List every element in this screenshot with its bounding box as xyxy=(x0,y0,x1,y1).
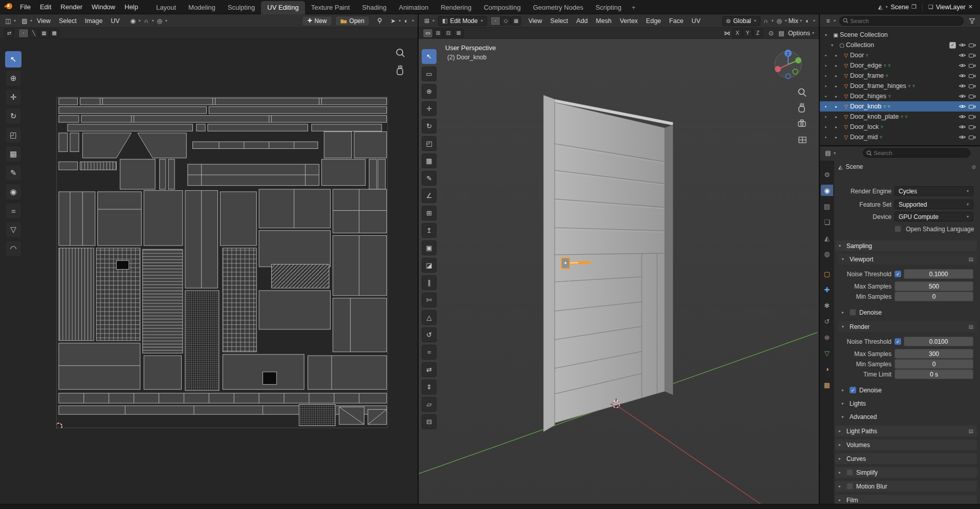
tool-smooth[interactable]: ◠ xyxy=(5,240,21,257)
tab-output[interactable]: ▤ xyxy=(821,201,833,212)
editor-type-3d-icon[interactable]: ⊞ xyxy=(422,16,432,26)
tool-pinch[interactable]: ▽ xyxy=(5,222,21,238)
render-denoise-header[interactable]: ▸ ✓ Denoise xyxy=(838,385,977,395)
viewport-noise-threshold-field[interactable]: 0.1000 xyxy=(904,269,973,279)
outliner-item-door[interactable]: ▸ ▽ Door ▿ xyxy=(820,50,980,60)
tool-grab[interactable]: ◉ xyxy=(5,184,21,200)
render-camera-icon[interactable] xyxy=(969,63,976,68)
noise-threshold-checkbox[interactable]: ✓ xyxy=(895,271,901,277)
select-new-button[interactable]: ▭ xyxy=(423,29,433,38)
sampling-panel-header[interactable]: ▾ Sampling xyxy=(835,240,977,251)
hide-eye-icon[interactable] xyxy=(959,73,966,78)
tool-tweak[interactable]: ↖ xyxy=(422,49,437,64)
tool-knife[interactable]: ✄ xyxy=(422,293,437,307)
new-image-button[interactable]: ✚ New xyxy=(302,16,332,26)
advanced-header[interactable]: ▸ Advanced xyxy=(838,411,977,422)
pin-id-icon[interactable]: ⊘ xyxy=(972,164,976,170)
uv-menu[interactable]: UV xyxy=(687,17,704,25)
outliner-item-door-knob[interactable]: ▸ ▽ Door_knob ▿▿ xyxy=(820,101,980,112)
outliner-item-door-lock[interactable]: ▸ ▽ Door_lock ▿ xyxy=(820,122,980,132)
tool-annotate[interactable]: ✎ xyxy=(5,165,21,181)
mode-dropdown[interactable]: ◧ Edit Mode ▾ xyxy=(438,16,487,26)
simplify-checkbox[interactable] xyxy=(846,469,853,476)
hide-eye-icon[interactable] xyxy=(959,63,966,68)
uv-menu-view[interactable]: View xyxy=(33,17,55,25)
presets-icon[interactable]: ▤ xyxy=(969,428,973,434)
new-scene-icon[interactable]: ❐ xyxy=(911,4,917,10)
select-mode-edge-button[interactable]: ◇ xyxy=(500,16,511,26)
hide-eye-icon[interactable] xyxy=(959,53,966,58)
motion-blur-checkbox[interactable] xyxy=(846,483,853,490)
pivot-point-icon[interactable]: ◉ xyxy=(128,16,138,26)
tab-render[interactable]: ◉ xyxy=(821,185,833,196)
workspace-tab-rendering[interactable]: Rendering xyxy=(434,1,477,14)
workspace-tab-sculpting[interactable]: Sculpting xyxy=(222,1,261,14)
overlays-icon[interactable]: ◐ xyxy=(802,16,813,26)
select-extend-button[interactable]: ⊞ xyxy=(433,29,443,38)
snap-magnet-icon[interactable]: ∩ xyxy=(141,16,151,26)
tab-tool[interactable]: ⚙ xyxy=(821,169,833,180)
workspace-tab-layout[interactable]: Layout xyxy=(150,1,182,14)
transform-pivot-icon[interactable]: ▤ xyxy=(776,29,787,38)
properties-search[interactable] xyxy=(863,148,970,158)
menu-render[interactable]: Render xyxy=(56,0,87,14)
blender-logo-icon[interactable] xyxy=(4,2,13,12)
overlays-icon[interactable]: ◐ xyxy=(401,16,411,26)
tool-loop-cut[interactable]: ∥ xyxy=(422,275,437,290)
mirror-z-button[interactable]: Z xyxy=(753,29,763,38)
tab-world[interactable]: ◍ xyxy=(821,248,833,259)
hide-eye-icon[interactable] xyxy=(959,94,966,99)
menu-edit[interactable]: Edit xyxy=(35,0,56,14)
tool-extrude[interactable]: ↥ xyxy=(422,223,437,238)
tool-annotate[interactable]: ✎ xyxy=(422,171,437,186)
viewport-min-samples-field[interactable]: 0 xyxy=(895,292,973,301)
viewport-subpanel-header[interactable]: ▾ Viewport ▤ xyxy=(838,254,977,264)
viewport-denoise-header[interactable]: ▸ Denoise xyxy=(838,307,977,318)
osl-checkbox[interactable] xyxy=(895,226,901,232)
uv-menu-select[interactable]: Select xyxy=(55,17,81,25)
workspace-tab-geometry-nodes[interactable]: Geometry Nodes xyxy=(527,1,589,14)
collection-checkbox[interactable]: ✓ xyxy=(949,42,956,49)
options-dropdown[interactable]: Options xyxy=(787,30,812,37)
render-camera-icon[interactable] xyxy=(969,74,976,78)
select-mode-vertex-button[interactable]: · xyxy=(490,16,500,26)
workspace-tab-uv-editing[interactable]: UV Editing xyxy=(261,1,304,14)
select-subtract-button[interactable]: ⊟ xyxy=(443,29,453,38)
tool-rotate[interactable]: ↻ xyxy=(5,108,21,124)
motion-blur-panel-header[interactable]: ▸ Motion Blur xyxy=(835,481,977,492)
outliner-row-collection[interactable]: ▾ ▢ Collection ✓ xyxy=(820,40,980,50)
workspace-tab-compositing[interactable]: Compositing xyxy=(477,1,527,14)
image-browse-icon[interactable]: ▨ xyxy=(19,16,30,26)
render-min-samples-field[interactable]: 0 xyxy=(895,359,973,369)
render-max-samples-field[interactable]: 300 xyxy=(895,349,973,359)
hide-eye-icon[interactable] xyxy=(959,114,966,119)
light-paths-panel-header[interactable]: ▸ Light Paths ▤ xyxy=(835,426,977,436)
uv-select-face-button[interactable]: ▦ xyxy=(39,29,49,38)
tool-transform[interactable]: ▦ xyxy=(422,153,437,168)
tool-move[interactable]: ✛ xyxy=(422,101,437,116)
tab-constraints[interactable]: ⊗ xyxy=(821,331,833,343)
select-mode-face-button[interactable]: ▦ xyxy=(511,16,521,26)
tab-modifiers[interactable]: ✚ xyxy=(821,284,833,295)
outliner-row-scene-collection[interactable]: ▾ ▣ Scene Collection xyxy=(820,30,980,40)
select-intersect-button[interactable]: ⊠ xyxy=(453,29,464,38)
outliner-item-door-edge[interactable]: ▸ ▽ Door_edge ▿▿ xyxy=(820,60,980,71)
tool-scale[interactable]: ◰ xyxy=(422,136,437,151)
pin-icon[interactable] xyxy=(375,16,385,26)
expand-arrow-icon[interactable]: ▾ xyxy=(831,43,838,48)
breadcrumb-scene[interactable]: Scene xyxy=(845,163,863,170)
uv-canvas[interactable]: ↖ ⊕ ✛ ↻ ◰ ▦ ✎ ◉ ≈ ▽ ◠ xyxy=(0,39,418,504)
tab-material[interactable]: ◑ xyxy=(821,363,833,374)
editor-type-uv-icon[interactable]: ◫ xyxy=(3,16,13,26)
tool-poly-build[interactable]: △ xyxy=(422,310,437,325)
editor-type-properties-icon[interactable]: ▤ xyxy=(823,148,833,158)
render-denoise-checkbox[interactable]: ✓ xyxy=(850,387,856,393)
tab-view-layer[interactable]: ❏ xyxy=(821,216,833,228)
tool-cursor[interactable]: ⊕ xyxy=(422,84,437,99)
add-workspace-button[interactable]: + xyxy=(627,1,640,14)
face-menu[interactable]: Face xyxy=(665,17,688,25)
menu-file[interactable]: File xyxy=(15,0,35,14)
simplify-panel-header[interactable]: ▸ Simplify xyxy=(835,467,977,478)
add-menu[interactable]: Add xyxy=(572,17,592,25)
presets-icon[interactable]: ▤ xyxy=(969,256,973,262)
